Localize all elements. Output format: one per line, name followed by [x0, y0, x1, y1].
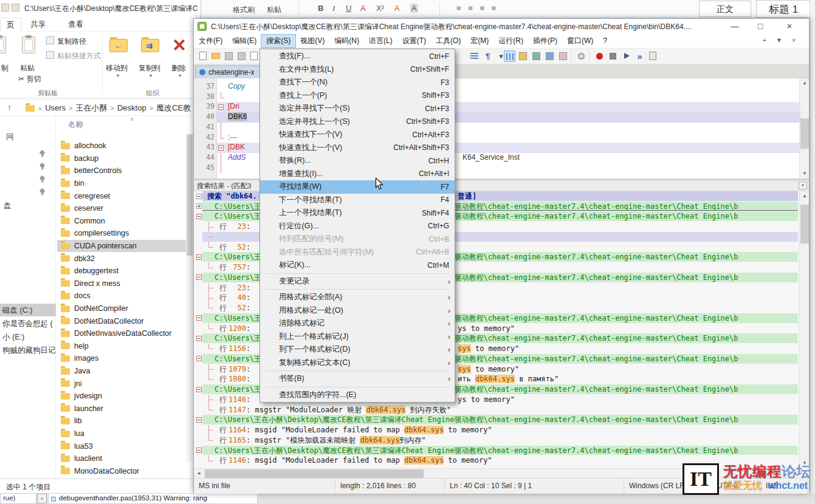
folder-as-workspace-icon[interactable]	[557, 50, 569, 62]
delete-dropdown-icon[interactable]: ▾	[179, 73, 181, 78]
breadcrumb-item[interactable]: 魔改CE教	[156, 103, 191, 112]
sidebar-item-quick-access[interactable]: 问	[6, 132, 14, 142]
monitoring-icon[interactable]	[576, 50, 587, 62]
menu-item[interactable]: 到下一个格式标记(D)›	[260, 343, 455, 356]
copy-path-button[interactable]: 复制路径	[57, 36, 86, 47]
result-line-row[interactable]: 行1164: msgid "ModuleLoader failed to map…	[194, 425, 800, 435]
copy-icon[interactable]	[0, 36, 6, 53]
menu-item[interactable]: 到上一个格式标记(J)›	[260, 330, 455, 344]
save-macro-icon[interactable]	[647, 50, 659, 62]
tab-control-icon[interactable]: ▼	[775, 36, 783, 44]
stop-recording-icon[interactable]	[607, 50, 619, 62]
breadcrumb[interactable]: «Users>王在小酥>Desktop>魔改CE教	[35, 103, 191, 114]
paste-button[interactable]: 粘贴	[267, 5, 281, 15]
folder-row[interactable]: betterControls	[57, 165, 186, 177]
folder-row[interactable]: images	[57, 352, 186, 365]
menubar-item[interactable]: 文件(F)	[194, 35, 227, 47]
up-arrow-icon[interactable]: ↑	[7, 103, 12, 112]
explorer-quickaccess-icon[interactable]	[1, 4, 9, 12]
copy-button-label-partial[interactable]: 制	[1, 63, 9, 73]
folder-row[interactable]: docs	[57, 290, 186, 302]
cut-button[interactable]: ✂ 剪切	[18, 74, 41, 84]
panel-close-icon[interactable]: ×	[799, 182, 807, 189]
folder-row[interactable]: Direct x mess	[57, 278, 186, 290]
tab-home[interactable]: 页	[0, 18, 21, 32]
menu-item[interactable]: 快速查找下一个(V)Ctrl+Alt+F3	[260, 128, 455, 141]
fold-collapse-icon[interactable]	[196, 194, 202, 199]
folder-row[interactable]: ceregreset	[57, 189, 186, 202]
folder-row[interactable]: dbk32	[57, 252, 186, 265]
npp-titlebar[interactable]: C:\Users\王在小酥\Desktop\魔改CE教程\第三课编译Cheat …	[194, 19, 809, 35]
folder-row[interactable]: help	[57, 340, 186, 353]
italic-icon[interactable]: I	[332, 4, 335, 13]
explorer-scrollbar[interactable]	[187, 134, 193, 462]
fold-marker-minus[interactable]	[217, 102, 225, 112]
ide-message-bar[interactable]: debugeventhandler.pas(1953,31) Warning: …	[48, 493, 258, 504]
folder-row[interactable]: ceserver	[57, 202, 186, 215]
folder-row[interactable]: launcher	[57, 403, 186, 415]
underline-icon[interactable]: U	[346, 4, 351, 13]
menu-item[interactable]: 增量查找(I)...Ctrl+Alt+I	[260, 168, 455, 181]
menu-item[interactable]: 替换(R)...Ctrl+H	[260, 154, 455, 168]
delete-icon[interactable]	[171, 38, 186, 52]
editor-vscrollbar[interactable]: ▲ ▼	[799, 78, 809, 179]
scroll-down-icon[interactable]: ▼	[800, 169, 809, 179]
menubar-item[interactable]: 语言(L)	[364, 35, 397, 47]
menu-item[interactable]: 下一个寻找结果(T)F4	[260, 194, 455, 207]
explorer-dropdown-icon[interactable]	[12, 4, 19, 12]
folder-row[interactable]: DotNetDataCollector	[57, 315, 186, 327]
menu-item[interactable]: 寻找结果(W)F7	[260, 180, 455, 194]
breadcrumb-item[interactable]: 王在小酥	[76, 103, 108, 112]
folder-row[interactable]: lua	[57, 427, 186, 440]
folder-row[interactable]: bin	[57, 177, 186, 190]
fold-collapse-icon[interactable]	[196, 274, 202, 280]
menu-item[interactable]: 查找(F)...Ctrl+F	[260, 50, 455, 63]
sort-ascending-icon[interactable]: ∧	[130, 116, 134, 122]
fold-collapse-icon[interactable]	[196, 387, 202, 392]
menu-item[interactable]: 选定并寻找上一个(S)Ctrl+Shift+F3	[260, 115, 455, 129]
sidebar-item-drive[interactable]: 你是否会想起 (	[2, 319, 53, 329]
menubar-item[interactable]: 编码(N)	[329, 35, 364, 47]
alignment-icons[interactable]: ≡ ≡ ≡ ≡	[456, 4, 498, 13]
word-wrap-icon[interactable]	[469, 50, 480, 62]
menu-item[interactable]: 标记(K)...Ctrl+M	[260, 259, 455, 272]
run-macro-multiple-icon[interactable]: »	[634, 50, 645, 62]
fold-collapse-icon[interactable]	[196, 214, 202, 219]
format-painter-button[interactable]: 格式刷	[233, 5, 255, 15]
folder-row[interactable]: CUDA pointerscan	[57, 240, 186, 253]
fold-collapse-icon[interactable]	[196, 356, 202, 361]
paste-shortcut-button[interactable]: 粘贴快捷方式	[57, 51, 101, 61]
save-all-icon[interactable]	[236, 50, 247, 62]
menu-item[interactable]: 查找上一个(P)Shift+F3	[260, 89, 455, 103]
minimize-button[interactable]: —	[724, 19, 746, 35]
move-to-button[interactable]: 移动到	[106, 63, 128, 73]
folder-row[interactable]: luaclient	[57, 452, 186, 465]
font-color-icon[interactable]: A	[360, 4, 366, 13]
folder-row[interactable]: allochook	[57, 140, 186, 152]
maximize-button[interactable]: □	[749, 19, 771, 35]
new-file-icon[interactable]	[198, 50, 209, 62]
scroll-up-icon[interactable]: ▲	[800, 191, 810, 201]
menubar-item[interactable]: 搜索(S)	[261, 35, 295, 47]
open-file-icon[interactable]	[210, 50, 222, 62]
explorer-scrollbar-thumb[interactable]	[187, 134, 193, 256]
explorer-titlebar[interactable]: C:\Users\王在小酥\Desktop\魔改CE教程\第三课编译Cheat …	[0, 0, 201, 16]
menubar-item[interactable]: 运行(R)	[493, 35, 528, 47]
menubar-item[interactable]: 宏(M)	[466, 35, 493, 47]
result-line-row[interactable]: 行1147: msgstr "ModuleLoader 映射 dbk64.sys…	[194, 405, 800, 415]
start-recording-icon[interactable]	[594, 50, 605, 62]
menu-item[interactable]: 书签(B)›	[260, 372, 455, 386]
menu-item[interactable]: 选定并寻找下一个(S)Ctrl+F3	[260, 102, 455, 115]
delete-button[interactable]: 删除	[171, 63, 186, 73]
folder-row[interactable]: debuggertest	[57, 265, 186, 278]
results-vscrollbar[interactable]: ▲ ▼	[799, 191, 809, 468]
copy-to-button[interactable]: 复制到	[139, 63, 160, 73]
menu-item[interactable]: 变更记录›	[260, 275, 455, 288]
results-hscrollbar-thumb[interactable]	[205, 469, 424, 478]
tab-control-icon[interactable]: +	[760, 36, 769, 44]
result-line-row[interactable]: 行1165: msgstr "模块加载器未能映射 dbk64.sys到内存"	[194, 435, 800, 446]
menubar-item[interactable]: 工具(O)	[431, 35, 466, 47]
sidebar-item-drive[interactable]: 小 (E:)	[2, 332, 24, 342]
menu-item[interactable]: 用格式标记一处(O)›	[260, 304, 455, 318]
copy-to-dropdown-icon[interactable]: ▾	[150, 73, 152, 78]
